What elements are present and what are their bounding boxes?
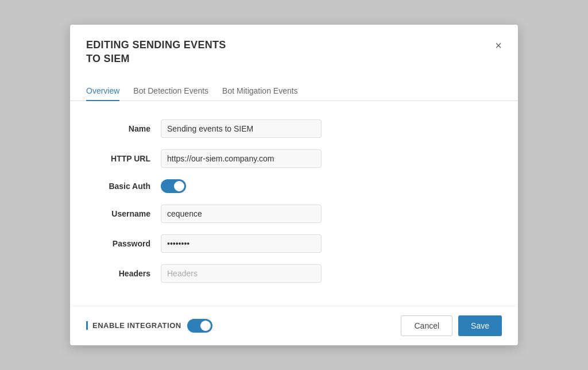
basic-auth-row: Basic Auth (86, 179, 502, 193)
basic-auth-toggle-wrapper (161, 179, 186, 193)
username-label: Username (86, 209, 161, 218)
toggle-slider (161, 179, 186, 193)
headers-input[interactable] (161, 264, 322, 283)
password-row: Password (86, 234, 502, 253)
modal-dialog: EDITING SENDING EVENTS TO SIEM × Overvie… (70, 25, 518, 345)
basic-auth-toggle[interactable] (161, 179, 186, 193)
headers-row: Headers (86, 264, 502, 283)
modal-overlay: EDITING SENDING EVENTS TO SIEM × Overvie… (0, 0, 588, 370)
modal-header: EDITING SENDING EVENTS TO SIEM × (70, 25, 518, 65)
cancel-label: Cancel (414, 321, 439, 330)
modal-title-line2: TO SIEM (86, 53, 130, 64)
username-input[interactable] (161, 205, 322, 223)
save-button[interactable]: Save (458, 315, 502, 336)
enable-integration-label: ENABLE INTEGRATION (86, 321, 181, 330)
close-icon: × (495, 39, 502, 52)
enable-integration-toggle[interactable] (187, 319, 212, 333)
enable-integration-section: ENABLE INTEGRATION (86, 319, 212, 333)
headers-label: Headers (86, 269, 161, 278)
name-label: Name (86, 124, 161, 133)
tab-bot-detection[interactable]: Bot Detection Events (133, 82, 208, 101)
tab-bot-mitigation[interactable]: Bot Mitigation Events (222, 82, 298, 101)
username-row: Username (86, 205, 502, 223)
close-button[interactable]: × (495, 40, 502, 51)
name-row: Name (86, 120, 502, 138)
modal-title: EDITING SENDING EVENTS TO SIEM (86, 38, 226, 65)
modal-body: Name HTTP URL Basic Auth U (70, 101, 518, 306)
enable-toggle-slider (187, 319, 212, 333)
name-input[interactable] (161, 120, 322, 138)
basic-auth-label: Basic Auth (86, 182, 161, 191)
modal-footer: ENABLE INTEGRATION Cancel Save (70, 306, 518, 345)
password-input[interactable] (161, 234, 322, 253)
cancel-button[interactable]: Cancel (401, 315, 452, 336)
tab-overview[interactable]: Overview (86, 82, 119, 101)
http-url-label: HTTP URL (86, 154, 161, 163)
http-url-input[interactable] (161, 149, 322, 168)
footer-buttons: Cancel Save (401, 315, 502, 336)
tab-bar: Overview Bot Detection Events Bot Mitiga… (70, 72, 518, 101)
password-label: Password (86, 239, 161, 248)
save-label: Save (471, 321, 489, 330)
modal-title-line1: EDITING SENDING EVENTS (86, 39, 226, 51)
http-url-row: HTTP URL (86, 149, 502, 168)
